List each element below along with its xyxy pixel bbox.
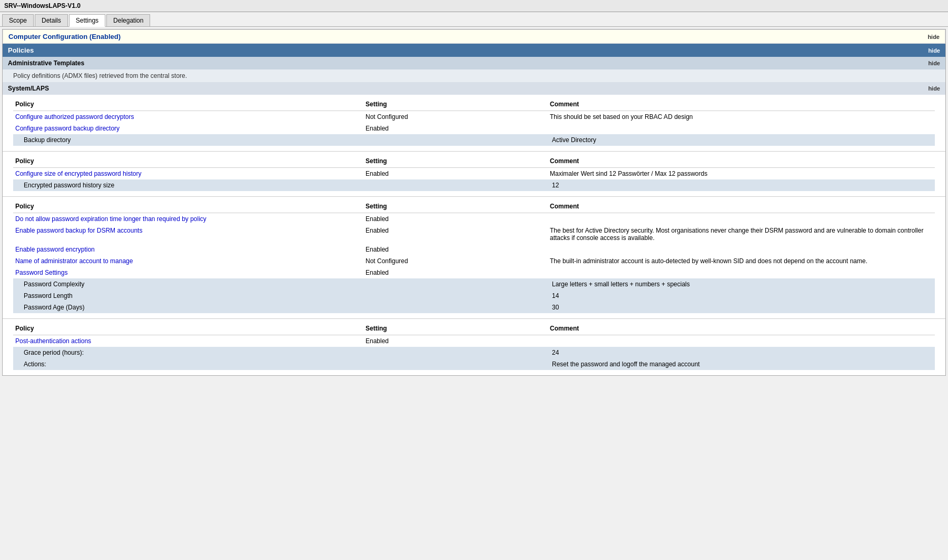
policy-cell: Configure password backup directory bbox=[13, 123, 363, 134]
comment-cell bbox=[548, 335, 935, 347]
table-row: Enable password backup for DSRM accounts… bbox=[13, 225, 935, 244]
policy-cell: Do not allow password expiration time lo… bbox=[13, 213, 363, 225]
tab-details[interactable]: Details bbox=[35, 14, 68, 26]
col-policy-4: Policy bbox=[13, 322, 363, 335]
policy-link-enc-history[interactable]: Configure size of encrypted password his… bbox=[15, 170, 141, 177]
sub-row: Backup directory Active Directory bbox=[13, 134, 935, 146]
table-row: Do not allow password expiration time lo… bbox=[13, 213, 935, 225]
comment-cell bbox=[548, 267, 935, 278]
sub-value bbox=[363, 290, 548, 302]
policies-title: Policies bbox=[8, 46, 34, 54]
col-setting-4: Setting bbox=[363, 322, 548, 335]
sub-row: Encrypted password history size 12 bbox=[13, 179, 935, 191]
admin-templates-hide[interactable]: hide bbox=[928, 60, 940, 66]
setting-cell: Enabled bbox=[363, 213, 548, 225]
main-content: Computer Configuration (Enabled) hide Po… bbox=[2, 29, 946, 376]
table-row: Name of administrator account to manage … bbox=[13, 255, 935, 267]
sub-label: Encrypted password history size bbox=[13, 179, 363, 191]
sub-row: Password Age (Days) 30 bbox=[13, 302, 935, 313]
policy-cell: Configure size of encrypted password his… bbox=[13, 168, 363, 180]
policy-cell: Configure authorized password decryptors bbox=[13, 111, 363, 123]
policy-link-post-auth[interactable]: Post-authentication actions bbox=[15, 337, 91, 345]
computer-config-header: Computer Configuration (Enabled) hide bbox=[3, 29, 945, 44]
sub-value2: 12 bbox=[548, 179, 935, 191]
computer-config-title: Computer Configuration (Enabled) bbox=[8, 33, 121, 41]
policy-cell: Post-authentication actions bbox=[13, 335, 363, 347]
tab-delegation[interactable]: Delegation bbox=[106, 14, 150, 26]
policy-cell: Enable password encryption bbox=[13, 244, 363, 255]
table1-section: Policy Setting Comment Configure authori… bbox=[3, 95, 945, 151]
sub-value bbox=[363, 358, 548, 370]
policy-link-auth-decryptors[interactable]: Configure authorized password decryptors bbox=[15, 113, 134, 121]
table-row: Post-authentication actions Enabled bbox=[13, 335, 935, 347]
col-setting-3: Setting bbox=[363, 200, 548, 213]
table-row: Enable password encryption Enabled bbox=[13, 244, 935, 255]
policy-link-enc[interactable]: Enable password encryption bbox=[15, 246, 95, 253]
comment-cell: Maximaler Wert sind 12 Passwörter / Max … bbox=[548, 168, 935, 180]
setting-cell: Not Configured bbox=[363, 255, 548, 267]
sub-value2: 14 bbox=[548, 290, 935, 302]
sub-row: Password Complexity Large letters + smal… bbox=[13, 278, 935, 290]
setting-cell: Enabled bbox=[363, 267, 548, 278]
policy-link-pwd-settings[interactable]: Password Settings bbox=[15, 269, 67, 276]
setting-cell: Enabled bbox=[363, 168, 548, 180]
comment-cell: The built-in administrator account is au… bbox=[548, 255, 935, 267]
sub-value2: Active Directory bbox=[548, 134, 935, 146]
table-row: Configure size of encrypted password his… bbox=[13, 168, 935, 180]
sub-row: Grace period (hours): 24 bbox=[13, 347, 935, 358]
setting-cell: Enabled bbox=[363, 123, 548, 134]
comment-cell: This should be set based on your RBAC AD… bbox=[548, 111, 935, 123]
sub-row: Actions: Reset the password and logoff t… bbox=[13, 358, 935, 370]
sub-label: Password Length bbox=[13, 290, 363, 302]
col-policy-1: Policy bbox=[13, 98, 363, 111]
admin-templates-header: Administrative Templates hide bbox=[3, 57, 945, 69]
col-policy-3: Policy bbox=[13, 200, 363, 213]
col-comment-4: Comment bbox=[548, 322, 935, 335]
table4-section: Policy Setting Comment Post-authenticati… bbox=[3, 319, 945, 375]
title-bar: SRV--WindowsLAPS-V1.0 bbox=[0, 0, 948, 12]
col-comment-2: Comment bbox=[548, 155, 935, 168]
sub-value bbox=[363, 302, 548, 313]
policy-def-row: Policy definitions (ADMX files) retrieve… bbox=[3, 69, 945, 82]
table-row: Configure authorized password decryptors… bbox=[13, 111, 935, 123]
admin-templates-title: Administrative Templates bbox=[8, 59, 84, 67]
tab-settings[interactable]: Settings bbox=[69, 14, 105, 27]
policy-link-no-expiry[interactable]: Do not allow password expiration time lo… bbox=[15, 215, 206, 223]
tab-scope[interactable]: Scope bbox=[2, 14, 34, 26]
policies-header: Policies hide bbox=[3, 44, 945, 57]
sub-label: Backup directory bbox=[13, 134, 363, 146]
comment-cell bbox=[548, 123, 935, 134]
policy-table-1: Policy Setting Comment Configure authori… bbox=[13, 98, 935, 146]
sub-value2: 24 bbox=[548, 347, 935, 358]
setting-cell: Not Configured bbox=[363, 111, 548, 123]
col-policy-2: Policy bbox=[13, 155, 363, 168]
policy-table-2: Policy Setting Comment Configure size of… bbox=[13, 155, 935, 191]
policy-link-admin-name[interactable]: Name of administrator account to manage bbox=[15, 257, 133, 265]
computer-config-hide[interactable]: hide bbox=[927, 34, 940, 40]
comment-cell: The best for Active Directory security. … bbox=[548, 225, 935, 244]
policy-link-dsrm[interactable]: Enable password backup for DSRM accounts bbox=[15, 227, 142, 234]
policy-def-text: Policy definitions (ADMX files) retrieve… bbox=[13, 72, 187, 79]
table-row: Configure password backup directory Enab… bbox=[13, 123, 935, 134]
sub-value bbox=[363, 347, 548, 358]
tab-bar: Scope Details Settings Delegation bbox=[0, 12, 948, 27]
system-laps-header: System/LAPS hide bbox=[3, 82, 945, 95]
policy-table-3: Policy Setting Comment Do not allow pass… bbox=[13, 200, 935, 313]
sub-value2: 30 bbox=[548, 302, 935, 313]
policy-link-backup-dir[interactable]: Configure password backup directory bbox=[15, 125, 120, 132]
col-comment-3: Comment bbox=[548, 200, 935, 213]
col-setting-1: Setting bbox=[363, 98, 548, 111]
table-row: Password Settings Enabled bbox=[13, 267, 935, 278]
comment-cell bbox=[548, 244, 935, 255]
setting-cell: Enabled bbox=[363, 335, 548, 347]
col-setting-2: Setting bbox=[363, 155, 548, 168]
policies-hide[interactable]: hide bbox=[928, 47, 940, 54]
setting-cell: Enabled bbox=[363, 244, 548, 255]
policy-cell: Password Settings bbox=[13, 267, 363, 278]
sub-value bbox=[363, 278, 548, 290]
sub-value bbox=[363, 134, 548, 146]
sub-label: Password Age (Days) bbox=[13, 302, 363, 313]
sub-value2: Reset the password and logoff the manage… bbox=[548, 358, 935, 370]
sub-label: Grace period (hours): bbox=[13, 347, 363, 358]
system-laps-hide[interactable]: hide bbox=[928, 85, 940, 92]
